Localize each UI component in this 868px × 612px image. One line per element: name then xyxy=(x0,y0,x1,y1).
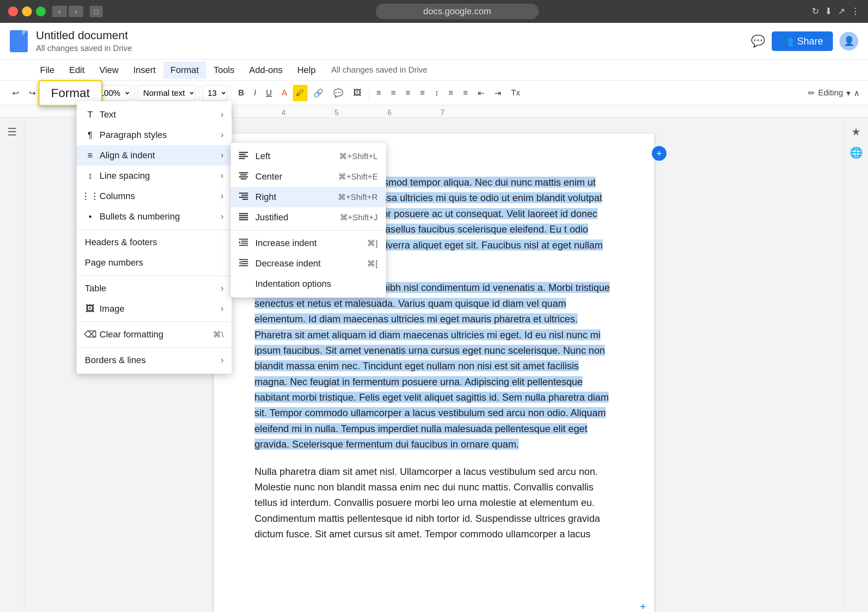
autosave-status: All changes saved in Drive xyxy=(36,44,743,53)
align-justified-label: Justified xyxy=(255,212,288,223)
increase-indent-button[interactable]: ⇥ xyxy=(490,85,505,101)
star-icon[interactable]: ★ xyxy=(851,126,861,138)
svg-rect-3 xyxy=(239,158,245,159)
decrease-indent-button[interactable]: ⇤ xyxy=(474,85,489,101)
font-style-select[interactable]: Normal text xyxy=(138,85,195,101)
menu-format[interactable]: Format xyxy=(163,62,206,79)
highlight-button[interactable]: 🖊 xyxy=(293,85,308,101)
decrease-indent-item[interactable]: Decrease indent ⌘[ xyxy=(231,253,386,274)
text-icon: T xyxy=(85,109,95,120)
format-text-item[interactable]: T Text › xyxy=(77,104,232,125)
align-center-left: Center xyxy=(239,171,282,182)
minimize-button[interactable] xyxy=(22,7,32,16)
align-left-button[interactable]: ≡ xyxy=(372,85,385,101)
url-bar[interactable]: docs.google.com xyxy=(376,4,539,19)
menu-view[interactable]: View xyxy=(92,62,126,79)
svg-rect-16 xyxy=(239,239,248,240)
line-spacing-button[interactable]: ↕ xyxy=(431,85,443,101)
menu-insert[interactable]: Insert xyxy=(126,62,163,79)
format-page-numbers-item[interactable]: Page numbers xyxy=(77,253,232,273)
align-indent-label: Align & indent xyxy=(100,150,155,161)
headers-label: Headers & footers xyxy=(85,237,157,248)
svg-rect-4 xyxy=(239,172,248,173)
divider-1 xyxy=(77,229,232,230)
svg-rect-23 xyxy=(241,263,248,264)
autosave-indicator: All changes saved in Drive xyxy=(331,65,427,75)
align-justified-item[interactable]: Justified ⌘+Shift+J xyxy=(231,207,386,228)
format-bullets-item[interactable]: • Bullets & numbering › xyxy=(77,206,232,227)
clear-formatting-button[interactable]: Tx xyxy=(507,85,524,101)
borders-left: Borders & lines xyxy=(85,355,146,366)
format-borders-item[interactable]: Borders & lines › xyxy=(77,350,232,370)
download-icon[interactable]: ⬇ xyxy=(825,6,832,17)
align-right-item[interactable]: Right ⌘+Shift+R xyxy=(231,187,386,207)
format-text-label: Text xyxy=(100,109,116,120)
align-center-label: Center xyxy=(255,171,282,182)
sidebar-right: ★ 🌐 xyxy=(844,118,868,612)
align-left-item[interactable]: Left ⌘+Shift+L xyxy=(231,146,386,166)
image-arrow-icon: › xyxy=(221,304,224,314)
menu-file[interactable]: File xyxy=(33,62,62,79)
bold-button[interactable]: B xyxy=(234,85,248,101)
back-button[interactable]: ‹ xyxy=(52,6,67,17)
italic-button[interactable]: I xyxy=(250,85,260,101)
format-line-spacing-item[interactable]: ↕ Line spacing › xyxy=(77,166,232,186)
comment-icon[interactable]: 💬 xyxy=(751,34,765,48)
bullets-icon: • xyxy=(85,211,95,222)
menu-edit[interactable]: Edit xyxy=(62,62,92,79)
format-clear-item[interactable]: ⌫ Clear formatting ⌘\ xyxy=(77,324,232,345)
align-justify-button[interactable]: ≡ xyxy=(416,85,429,101)
format-table-item[interactable]: Table › xyxy=(77,278,232,299)
align-center-item[interactable]: Center ⌘+Shift+E xyxy=(231,166,386,187)
decrease-indent-label: Decrease indent xyxy=(255,258,321,269)
svg-rect-2 xyxy=(239,156,248,157)
align-submenu: Left ⌘+Shift+L Center ⌘+Shift+E xyxy=(231,143,386,297)
format-columns-item[interactable]: ⋮⋮ Columns › xyxy=(77,186,232,206)
globe-icon[interactable]: 🌐 xyxy=(850,146,863,159)
refresh-icon[interactable]: ↻ xyxy=(812,6,819,17)
editing-label[interactable]: Editing xyxy=(818,88,843,98)
underline-button[interactable]: U xyxy=(262,85,276,101)
chevron-down-icon[interactable]: ▾ xyxy=(846,88,850,98)
numbering-button[interactable]: ≡ xyxy=(459,85,472,101)
share-button[interactable]: 👥 Share xyxy=(772,31,833,51)
comment-insert-button[interactable]: 💬 xyxy=(329,85,348,101)
outline-icon[interactable]: ☰ xyxy=(7,126,17,138)
menu-addons[interactable]: Add-ons xyxy=(242,62,290,79)
para-styles-arrow-icon: › xyxy=(221,130,224,140)
indentation-options-item[interactable]: Indentation options xyxy=(231,274,386,294)
settings-icon[interactable]: ⋮ xyxy=(851,6,860,17)
menu-help[interactable]: Help xyxy=(290,62,323,79)
avatar[interactable]: 👤 xyxy=(839,32,858,51)
align-justified-shortcut: ⌘+Shift+J xyxy=(340,213,378,222)
align-right-icon xyxy=(239,192,250,202)
divider-4 xyxy=(77,347,232,348)
redo-button[interactable]: ↪ xyxy=(25,85,40,101)
share-icon[interactable]: ↗ xyxy=(838,6,845,17)
format-dropdown: T Text › ¶ Paragraph styles › ≡ Align & … xyxy=(77,101,232,374)
close-button[interactable] xyxy=(8,7,18,16)
format-headers-item[interactable]: Headers & footers xyxy=(77,232,232,253)
font-size-select[interactable]: 13 xyxy=(202,85,227,101)
format-align-indent-item[interactable]: ≡ Align & indent › xyxy=(77,145,232,166)
menu-tools[interactable]: Tools xyxy=(206,62,241,79)
page-bottom-add[interactable]: + xyxy=(640,598,646,612)
decrease-indent-left: Decrease indent xyxy=(239,258,321,269)
text-color-button[interactable]: A xyxy=(277,85,291,101)
format-paragraph-styles-item[interactable]: ¶ Paragraph styles › xyxy=(77,125,232,145)
forward-button[interactable]: › xyxy=(69,6,83,17)
image-button[interactable]: 🖼 xyxy=(349,85,365,101)
increase-indent-item[interactable]: Increase indent ⌘] xyxy=(231,233,386,253)
page-add-button[interactable]: + xyxy=(652,146,666,161)
doc-title[interactable]: Untitled document xyxy=(36,29,743,42)
bullets-button[interactable]: ≡ xyxy=(445,85,458,101)
new-tab-button[interactable]: □ xyxy=(90,6,103,17)
align-justified-left: Justified xyxy=(239,212,288,223)
align-center-button[interactable]: ≡ xyxy=(387,85,400,101)
link-button[interactable]: 🔗 xyxy=(309,85,328,101)
maximize-button[interactable] xyxy=(36,7,46,16)
format-image-item[interactable]: 🖼 Image › xyxy=(77,299,232,319)
collapse-button[interactable]: ∧ xyxy=(854,88,860,98)
undo-button[interactable]: ↩ xyxy=(8,85,23,101)
align-right-button[interactable]: ≡ xyxy=(401,85,414,101)
